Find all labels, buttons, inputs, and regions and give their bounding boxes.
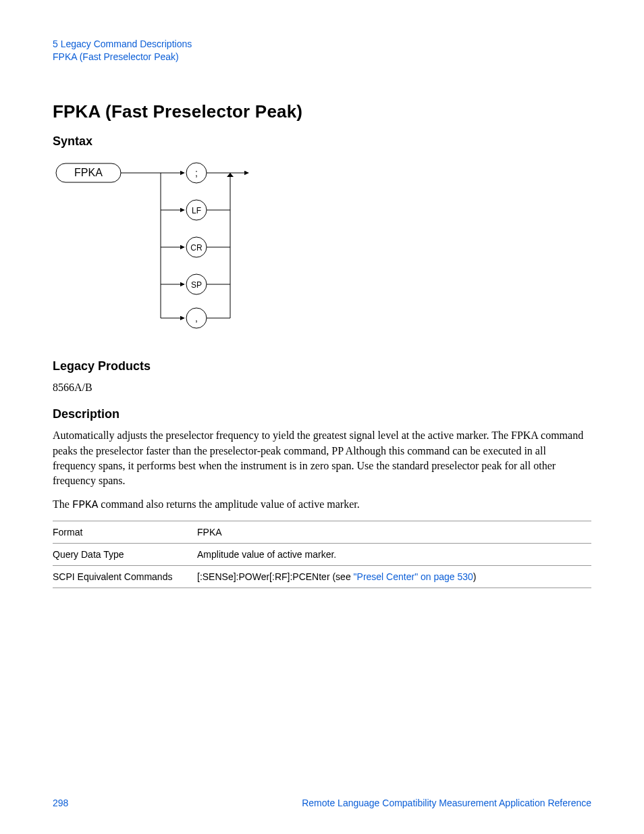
page-footer: 298 Remote Language Compatibility Measur…	[53, 798, 591, 808]
syntax-term-4: ,	[195, 313, 198, 323]
syntax-start: FPKA	[74, 167, 103, 178]
description-paragraph-1: Automatically adjusts the preselector fr…	[53, 428, 591, 489]
breadcrumb-line-2: FPKA (Fast Preselector Peak)	[53, 51, 591, 63]
description-paragraph-2: The FPKA command also returns the amplit…	[53, 497, 591, 513]
syntax-term-3: SP	[191, 280, 202, 290]
desc-p2-pre: The	[53, 498, 72, 510]
section-syntax: Syntax	[53, 134, 591, 149]
table-value: FPKA	[197, 521, 591, 544]
desc-p2-post: command also returns the amplitude value…	[98, 498, 359, 510]
page-number: 298	[53, 798, 68, 808]
scpi-suffix: )	[473, 571, 477, 582]
syntax-term-2: CR	[190, 243, 203, 253]
table-value: [:SENSe]:POWer[:RF]:PCENter (see "Presel…	[197, 566, 591, 588]
table-label: Query Data Type	[53, 544, 197, 566]
table-label: Format	[53, 521, 197, 544]
scpi-prefix: [:SENSe]:POWer[:RF]:PCENter (see	[197, 571, 354, 582]
scpi-link[interactable]: "Presel Center" on page 530	[354, 571, 473, 582]
legacy-products-text: 8566A/B	[53, 380, 591, 395]
syntax-term-0: ;	[195, 167, 198, 178]
table-value: Amplitude value of active marker.	[197, 544, 591, 566]
breadcrumb-line-1: 5 Legacy Command Descriptions	[53, 38, 591, 51]
table-label: SCPI Equivalent Commands	[53, 566, 197, 588]
page-title: FPKA (Fast Preselector Peak)	[53, 101, 591, 122]
table-row: Format FPKA	[53, 521, 591, 544]
syntax-term-1: LF	[192, 206, 201, 215]
section-legacy-products: Legacy Products	[53, 359, 591, 373]
section-description: Description	[53, 407, 591, 421]
table-row: SCPI Equivalent Commands [:SENSe]:POWer[…	[53, 566, 591, 588]
footer-reference: Remote Language Compatibility Measuremen…	[302, 798, 591, 808]
command-table: Format FPKA Query Data Type Amplitude va…	[53, 521, 591, 588]
syntax-diagram: FPKA ; LF CR SP ,	[53, 159, 255, 335]
table-row: Query Data Type Amplitude value of activ…	[53, 544, 591, 566]
breadcrumb: 5 Legacy Command Descriptions FPKA (Fast…	[53, 38, 591, 63]
desc-p2-code: FPKA	[72, 499, 98, 511]
